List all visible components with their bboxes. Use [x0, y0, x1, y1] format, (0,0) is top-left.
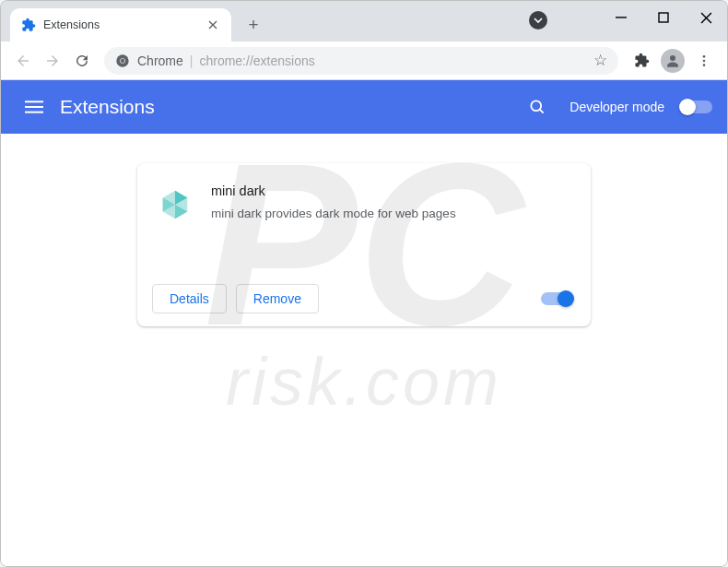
- forward-button[interactable]: [38, 46, 67, 76]
- new-tab-button[interactable]: +: [241, 12, 266, 38]
- toolbar-right: [626, 45, 720, 77]
- url-text: Chrome | chrome://extensions: [137, 53, 593, 68]
- svg-rect-1: [659, 13, 668, 22]
- kebab-menu-icon[interactable]: [688, 45, 720, 77]
- url-path: chrome://extensions: [199, 53, 314, 68]
- svg-point-7: [703, 59, 706, 62]
- svg-rect-9: [25, 100, 43, 102]
- details-button[interactable]: Details: [152, 284, 227, 313]
- reload-button[interactable]: [67, 46, 97, 76]
- extension-card-body: mini dark mini dark provides dark mode f…: [137, 163, 591, 275]
- search-icon[interactable]: [522, 91, 553, 123]
- toggle-knob: [558, 290, 574, 307]
- extensions-header: Extensions Developer mode: [1, 80, 727, 134]
- browser-window: Extensions +: [0, 0, 728, 567]
- header-actions: Developer mode: [522, 91, 712, 123]
- developer-mode-label: Developer mode: [569, 100, 664, 114]
- svg-point-12: [532, 100, 542, 111]
- svg-point-8: [703, 64, 706, 66]
- extension-card-footer: Details Remove: [137, 275, 591, 326]
- extension-enable-toggle[interactable]: [541, 292, 572, 305]
- svg-point-5: [670, 55, 675, 61]
- extensions-list: mini dark mini dark provides dark mode f…: [1, 134, 727, 566]
- toggle-knob: [679, 99, 696, 115]
- maximize-button[interactable]: [642, 1, 685, 34]
- chrome-icon: [115, 53, 130, 68]
- back-button[interactable]: [8, 46, 38, 76]
- titlebar: Extensions +: [1, 1, 727, 41]
- svg-rect-11: [25, 112, 43, 113]
- svg-rect-0: [616, 17, 627, 18]
- remove-button[interactable]: Remove: [236, 284, 319, 313]
- puzzle-icon: [21, 18, 36, 32]
- tab-title: Extensions: [43, 18, 205, 31]
- extension-info: mini dark mini dark provides dark mode f…: [211, 183, 570, 223]
- extension-icon: [158, 187, 193, 222]
- tab-close-button[interactable]: [205, 18, 220, 32]
- close-window-button[interactable]: [685, 1, 727, 34]
- url-scheme: Chrome: [137, 53, 183, 68]
- extension-name: mini dark: [211, 183, 570, 198]
- extension-description: mini dark provides dark mode for web pag…: [211, 206, 570, 223]
- address-bar[interactable]: Chrome | chrome://extensions ☆: [104, 47, 618, 75]
- developer-mode-toggle[interactable]: [681, 100, 712, 113]
- page-title: Extensions: [60, 96, 522, 118]
- browser-toolbar: Chrome | chrome://extensions ☆: [1, 41, 727, 80]
- tab-search-button[interactable]: [529, 11, 547, 30]
- browser-tab[interactable]: Extensions: [10, 8, 231, 41]
- minimize-button[interactable]: [600, 1, 642, 34]
- svg-rect-10: [25, 106, 43, 108]
- profile-avatar[interactable]: [657, 45, 688, 77]
- avatar-icon: [661, 49, 685, 73]
- url-separator: |: [190, 53, 194, 68]
- svg-point-4: [121, 58, 124, 62]
- svg-point-6: [703, 55, 706, 58]
- page-content: Extensions Developer mode: [1, 80, 727, 566]
- bookmark-star-icon[interactable]: ☆: [593, 51, 607, 70]
- menu-button[interactable]: [16, 89, 53, 125]
- window-controls: [600, 1, 727, 34]
- extension-card: mini dark mini dark provides dark mode f…: [137, 163, 591, 326]
- extensions-puzzle-icon[interactable]: [626, 45, 657, 77]
